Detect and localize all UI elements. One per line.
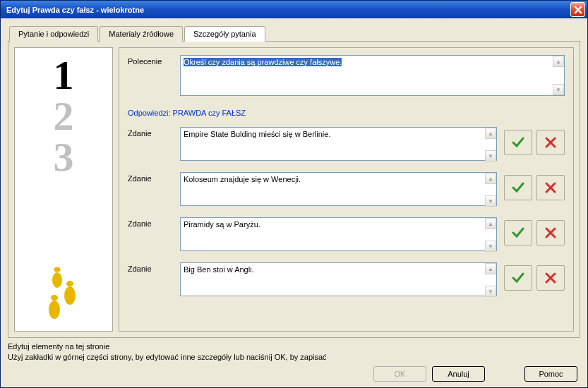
sentence-label: Zdanie: [128, 262, 173, 273]
left-column: 1 2 3: [14, 47, 113, 332]
scroll-down-button[interactable]: ▼: [485, 286, 496, 297]
digit-1-icon: 1: [54, 55, 74, 96]
close-button[interactable]: [570, 2, 585, 17]
scroll-up-button[interactable]: ▲: [485, 263, 496, 274]
instruction-label: Polecenie: [128, 55, 173, 66]
number-stack: 1 2 3: [54, 55, 74, 178]
cross-icon: [544, 226, 558, 240]
mark-true-button[interactable]: [504, 175, 532, 200]
instruction-input[interactable]: Określ czy zdania są prawdziwe czy fałsz…: [180, 55, 565, 96]
cross-icon: [544, 135, 558, 150]
sentence-row-3: Zdanie ▲▼: [128, 217, 565, 253]
scroll-up-button[interactable]: ▲: [485, 218, 496, 229]
sentence-row-1: Zdanie ▲▼: [128, 127, 565, 162]
ok-button[interactable]: OK: [373, 366, 426, 382]
tab-details[interactable]: Szczegóły pytania: [184, 26, 265, 42]
scroll-down-button[interactable]: ▼: [485, 150, 496, 162]
tab-question[interactable]: Pytanie i odpowiedzi: [9, 26, 98, 42]
scroll-down-button[interactable]: ▼: [485, 195, 496, 207]
sentence-input-1[interactable]: [180, 127, 497, 161]
check-icon: [511, 181, 525, 195]
sentence-label: Zdanie: [128, 172, 173, 183]
sentence-label: Zdanie: [128, 127, 173, 138]
sentence-label: Zdanie: [128, 217, 173, 228]
scroll-buttons: ▲ ▼: [553, 56, 564, 95]
sentence-input-3[interactable]: [180, 217, 497, 251]
form-panel: Polecenie Określ czy zdania są prawdziwe…: [119, 47, 574, 332]
help-button[interactable]: Pomoc: [524, 366, 577, 382]
scroll-up-button[interactable]: ▲: [553, 56, 564, 67]
sentence-row-2: Zdanie ▲▼: [128, 172, 565, 207]
tab-page: 1 2 3 Polecenie: [8, 41, 580, 338]
close-icon: [574, 6, 582, 14]
scroll-up-button[interactable]: ▲: [485, 173, 496, 184]
check-icon: [511, 135, 525, 150]
svg-point-3: [66, 281, 73, 286]
instruction-text: Określ czy zdania są prawdziwe czy fałsz…: [184, 58, 342, 66]
help-line-1: Edytuj elementy na tej stronie: [8, 341, 580, 351]
svg-point-0: [49, 301, 60, 319]
mark-true-button[interactable]: [504, 130, 532, 155]
svg-point-1: [51, 295, 58, 301]
answers-section-header: Odpowiedzi: PRAWDA czy FAŁSZ: [128, 109, 565, 117]
mark-false-button[interactable]: [536, 220, 565, 245]
cross-icon: [544, 181, 558, 195]
cross-icon: [544, 271, 558, 285]
scroll-down-button[interactable]: ▼: [485, 241, 496, 252]
sentence-row-4: Zdanie ▲▼: [128, 262, 565, 298]
step-illustration: 1 2 3: [14, 47, 113, 332]
titlebar: Edytuj Prawda czy fałsz - wielokrotne: [1, 1, 587, 18]
tab-materials[interactable]: Materiały źródłowe: [100, 26, 183, 42]
dialog-window: Edytuj Prawda czy fałsz - wielokrotne Py…: [0, 0, 588, 388]
cancel-button[interactable]: Anuluj: [432, 366, 485, 382]
svg-point-2: [64, 286, 76, 305]
svg-point-4: [52, 272, 62, 288]
check-icon: [511, 226, 525, 240]
mark-false-button[interactable]: [536, 130, 565, 155]
scroll-up-button[interactable]: ▲: [485, 128, 496, 139]
svg-point-5: [54, 267, 61, 272]
button-row: OK Anuluj Pomoc: [8, 362, 580, 383]
client-area: Pytanie i odpowiedzi Materiały źródłowe …: [1, 18, 587, 387]
window-title: Edytuj Prawda czy fałsz - wielokrotne: [6, 6, 144, 14]
sentence-input-4[interactable]: [180, 262, 497, 296]
instruction-row: Polecenie Określ czy zdania są prawdziwe…: [128, 55, 565, 96]
sentence-input-2[interactable]: [180, 172, 497, 206]
tab-strip: Pytanie i odpowiedzi Materiały źródłowe …: [9, 25, 580, 41]
scroll-down-button[interactable]: ▼: [553, 84, 564, 95]
digit-3-icon: 3: [54, 137, 74, 178]
mark-false-button[interactable]: [536, 265, 565, 291]
help-line-2: Użyj zakładki w górnej części strony, by…: [8, 352, 580, 362]
mark-false-button[interactable]: [536, 175, 565, 200]
help-text: Edytuj elementy na tej stronie Użyj zakł…: [8, 341, 580, 362]
mark-true-button[interactable]: [504, 220, 532, 245]
footprints-icon: [39, 260, 88, 324]
mark-true-button[interactable]: [504, 265, 532, 291]
instruction-field-wrap: Określ czy zdania są prawdziwe czy fałsz…: [180, 55, 565, 96]
check-icon: [511, 271, 525, 285]
digit-2-icon: 2: [54, 96, 74, 137]
